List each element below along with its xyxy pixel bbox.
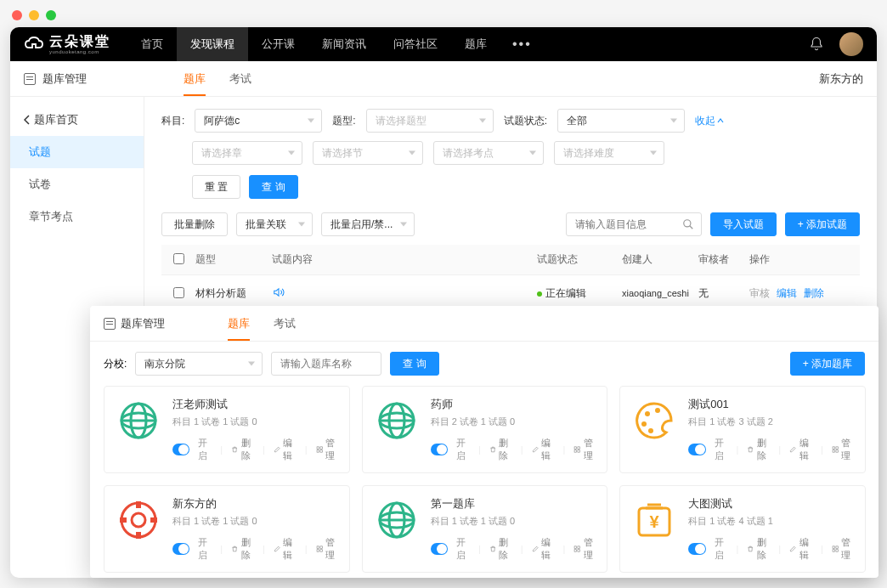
doc-icon	[24, 73, 36, 85]
sub-tab-0[interactable]: 题库	[172, 61, 218, 96]
w2-search-button[interactable]: 查 询	[390, 352, 438, 376]
sidebar-item-1[interactable]: 试卷	[10, 168, 144, 201]
toggle-on[interactable]	[688, 543, 705, 555]
card-delete[interactable]: 删除	[231, 437, 254, 462]
toggle-label: 开启	[456, 437, 470, 462]
grid-icon	[832, 444, 839, 455]
card-edit[interactable]: 编辑	[789, 437, 812, 462]
card-manage[interactable]: 管理	[316, 536, 339, 562]
svg-rect-23	[833, 450, 834, 452]
svg-rect-42	[578, 550, 579, 551]
edit-link[interactable]: 编辑	[777, 287, 797, 299]
card-manage[interactable]: 管理	[832, 536, 855, 562]
card-manage[interactable]: 管理	[573, 437, 596, 462]
collapse-link[interactable]: 收起	[695, 114, 724, 128]
th-reviewer: 审核者	[698, 252, 749, 267]
batch-delete-button[interactable]: 批量删除	[161, 212, 228, 236]
card-title: 汪老师测试	[172, 397, 339, 412]
maximize-dot[interactable]	[46, 10, 56, 20]
sidebar-item-2[interactable]: 章节考点	[10, 201, 144, 233]
toggle-on[interactable]	[431, 543, 448, 555]
minimize-dot[interactable]	[29, 10, 39, 20]
edit-icon	[532, 444, 539, 455]
svg-rect-31	[317, 546, 319, 548]
card-meta: 科目 1 试卷 1 试题 0	[172, 515, 339, 528]
card-delete[interactable]: 删除	[489, 536, 512, 562]
toggle-on[interactable]	[172, 444, 189, 455]
svg-rect-32	[320, 546, 322, 548]
card-icon	[373, 397, 421, 444]
card-manage[interactable]: 管理	[316, 437, 339, 462]
branch-select[interactable]: 南京分院	[135, 352, 263, 376]
status-label: 试题状态:	[504, 114, 547, 128]
svg-rect-45	[833, 546, 834, 548]
section-select[interactable]: 请选择节	[313, 141, 423, 165]
nav-item-1[interactable]: 发现课程	[177, 27, 248, 61]
row-checkbox[interactable]	[173, 287, 184, 298]
type-select[interactable]: 请选择题型	[366, 109, 494, 133]
toggle-on[interactable]	[431, 444, 448, 455]
toggle-on[interactable]	[688, 444, 705, 455]
card-meta: 科目 1 试卷 3 试题 2	[688, 416, 855, 428]
card-manage[interactable]: 管理	[832, 437, 855, 462]
w2-tab-1[interactable]: 考试	[262, 306, 308, 341]
card-edit[interactable]: 编辑	[789, 536, 812, 562]
chapter-select[interactable]: 请选择章	[192, 141, 302, 165]
reset-button[interactable]: 重 置	[192, 175, 240, 199]
card-title: 测试001	[688, 397, 855, 412]
search-icon[interactable]	[682, 218, 694, 230]
w2-title-text: 题库管理	[121, 316, 165, 331]
review-link[interactable]: 审核	[749, 287, 770, 299]
bank-name-input[interactable]	[271, 352, 381, 376]
nav-item-0[interactable]: 首页	[127, 27, 177, 61]
bell-icon[interactable]	[809, 37, 824, 52]
card-edit[interactable]: 编辑	[274, 536, 297, 562]
sub-tab-1[interactable]: 考试	[218, 61, 263, 96]
select-all-checkbox[interactable]	[173, 253, 184, 264]
svg-point-26	[132, 513, 145, 527]
sidebar-back[interactable]: 题库首页	[10, 104, 144, 136]
add-bank-button[interactable]: + 添加题库	[790, 352, 865, 376]
import-button[interactable]: 导入试题	[710, 212, 777, 236]
sidebar-item-0[interactable]: 试题	[10, 136, 144, 168]
svg-rect-47	[833, 550, 834, 551]
batch-relate-select[interactable]: 批量关联	[236, 212, 313, 236]
card-edit[interactable]: 编辑	[532, 437, 555, 462]
trash-icon	[489, 544, 496, 554]
edit-icon	[532, 544, 539, 554]
toggle-on[interactable]	[172, 543, 189, 555]
nav-item-4[interactable]: 问答社区	[380, 27, 451, 61]
difficulty-select[interactable]: 请选择难度	[554, 141, 664, 165]
nav-item-5[interactable]: 题库	[451, 27, 500, 61]
avatar[interactable]	[839, 32, 863, 56]
card-icon	[115, 496, 162, 544]
close-dot[interactable]	[12, 10, 22, 20]
status-select[interactable]: 全部	[557, 109, 685, 133]
search-input[interactable]	[575, 218, 677, 230]
nav-item-3[interactable]: 新闻资讯	[308, 27, 380, 61]
add-question-button[interactable]: + 添加试题	[785, 212, 860, 236]
chevron-left-icon	[24, 115, 31, 125]
card-delete[interactable]: 删除	[231, 536, 254, 562]
w2-tab-0[interactable]: 题库	[216, 306, 262, 341]
logo[interactable]: 云朵课堂 yunduoketang.com	[24, 35, 110, 54]
search-button[interactable]: 查 询	[249, 175, 297, 199]
card-delete[interactable]: 删除	[747, 437, 770, 462]
batch-toggle-select[interactable]: 批量启用/禁...	[321, 212, 415, 236]
subject-select[interactable]: 阿萨德c	[195, 109, 322, 133]
svg-rect-28	[136, 532, 141, 539]
card-edit[interactable]: 编辑	[274, 437, 297, 462]
chevron-up-icon	[717, 118, 724, 123]
svg-rect-16	[578, 450, 579, 452]
card-icon: ¥	[630, 496, 678, 544]
card-edit[interactable]: 编辑	[532, 536, 555, 562]
nav-more-icon[interactable]: •••	[500, 37, 544, 52]
card-delete[interactable]: 删除	[747, 536, 770, 562]
card-delete[interactable]: 删除	[489, 437, 512, 462]
svg-point-20	[648, 428, 653, 433]
delete-link[interactable]: 删除	[804, 287, 824, 299]
point-select[interactable]: 请选择考点	[433, 141, 544, 165]
toggle-label: 开启	[456, 536, 470, 562]
card-manage[interactable]: 管理	[573, 536, 596, 562]
nav-item-2[interactable]: 公开课	[248, 27, 308, 61]
